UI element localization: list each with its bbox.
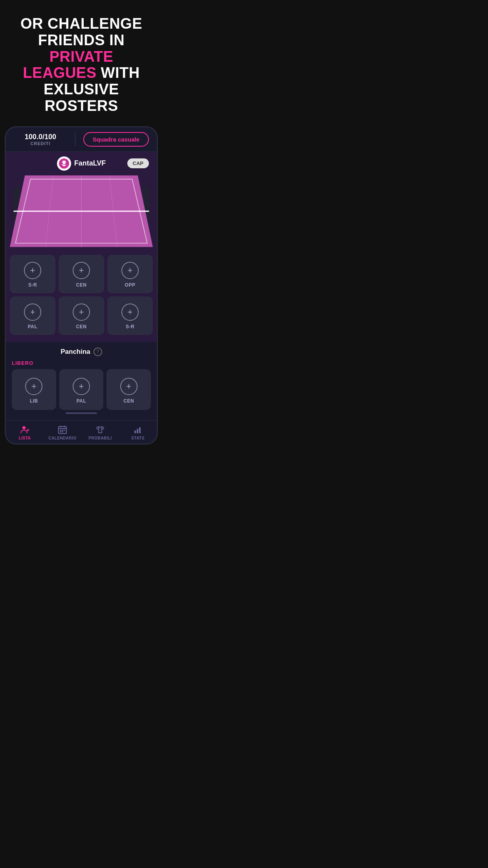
svg-rect-21 <box>62 431 63 432</box>
nav-lista[interactable]: LISTA <box>6 425 44 440</box>
slot-pal-1-label: PAL <box>28 324 38 329</box>
slot-pal-1-plus: + <box>24 303 41 321</box>
svg-rect-20 <box>60 431 61 432</box>
scroll-indicator <box>12 410 151 416</box>
calendar-icon <box>57 425 68 435</box>
panchina-header: Panchina ? <box>12 348 151 356</box>
bench-slot-cen[interactable]: + CEN <box>106 369 151 410</box>
slot-pal-1[interactable]: + PAL <box>10 296 55 335</box>
bench-grid: + LIB + PAL + CEN <box>12 369 151 410</box>
svg-rect-19 <box>64 430 65 431</box>
bench-cen-label: CEN <box>123 398 134 404</box>
bench-cen-plus: + <box>120 378 138 395</box>
svg-text:?: ? <box>100 429 101 432</box>
svg-point-10 <box>22 426 26 429</box>
panchina-title: Panchina <box>61 348 90 356</box>
slot-cen-2-label: CEN <box>76 324 87 329</box>
brand-name: FantaLVF <box>74 159 106 167</box>
cap-badge: CAP <box>127 158 149 168</box>
hero-line3-suffix: WITH <box>97 64 140 81</box>
nav-calendario[interactable]: CALENDARIO <box>44 425 81 440</box>
svg-rect-25 <box>139 427 141 433</box>
hero-line3-highlight: LEAGUES <box>23 64 96 81</box>
svg-rect-23 <box>134 430 136 433</box>
svg-rect-17 <box>60 430 61 431</box>
slot-sr-1-plus: + <box>24 262 41 279</box>
credits-left: 100.0/100 CREDITI <box>14 133 75 146</box>
hero-section: OR CHALLENGE FRIENDS IN PRIVATE LEAGUES … <box>0 0 163 126</box>
bench-lib-label: LIB <box>30 398 38 404</box>
hero-line2-prefix: FRIENDS IN <box>38 32 125 48</box>
bench-pal-label: PAL <box>77 398 86 404</box>
court-row-1: + S-R + CEN + OPP <box>6 255 157 293</box>
slot-sr-1-label: S-R <box>28 282 37 288</box>
person-add-icon <box>20 425 30 435</box>
hero-line1: OR CHALLENGE <box>12 16 151 32</box>
court-svg <box>10 174 153 252</box>
slot-sr-2-plus: + <box>121 303 139 321</box>
svg-rect-24 <box>137 429 138 433</box>
slot-sr-2[interactable]: + S-R <box>107 296 153 335</box>
scroll-bar <box>66 412 97 414</box>
jersey-icon: ? <box>95 425 105 435</box>
credits-header: 100.0/100 CREDITI Squadra casuale <box>6 127 157 152</box>
chart-icon <box>133 425 143 435</box>
credits-amount: 100.0/100 <box>14 133 67 141</box>
brand-logo: FantaLVF <box>57 156 106 171</box>
logo-icon <box>57 156 71 171</box>
court-wrapper: FantaLVF CAP <box>6 152 157 342</box>
nav-probabili-label: PROBABILI <box>88 436 112 440</box>
nav-probabili[interactable]: ? PROBABILI <box>81 425 119 440</box>
libero-label: LIBERO <box>12 360 151 366</box>
nav-stats[interactable]: STATS <box>119 425 157 440</box>
bench-slot-pal[interactable]: + PAL <box>59 369 104 410</box>
credits-label: CREDITI <box>14 141 67 146</box>
slot-sr-1[interactable]: + S-R <box>10 255 55 293</box>
slot-opp-1-plus: + <box>121 262 139 279</box>
slot-cen-2-plus: + <box>73 303 90 321</box>
nav-lista-label: LISTA <box>19 436 31 440</box>
bench-pal-plus: + <box>73 378 90 395</box>
bench-lib-plus: + <box>25 378 42 395</box>
slot-sr-2-label: S-R <box>126 324 134 329</box>
panchina-section: Panchina ? LIBERO + LIB + PAL + CEN <box>6 342 157 420</box>
hero-line2: FRIENDS IN PRIVATE <box>12 32 151 65</box>
hero-line2-highlight: PRIVATE <box>50 48 114 65</box>
hero-line3: LEAGUES WITH <box>12 65 151 81</box>
info-icon[interactable]: ? <box>94 348 102 356</box>
svg-rect-18 <box>62 430 63 431</box>
nav-stats-label: STATS <box>131 436 145 440</box>
slot-opp-1[interactable]: + OPP <box>107 255 153 293</box>
squadra-casuale-button[interactable]: Squadra casuale <box>83 132 149 147</box>
nav-calendario-label: CALENDARIO <box>48 436 77 440</box>
slot-cen-1-plus: + <box>73 262 90 279</box>
hero-line4: EXLUSIVE ROSTERS <box>12 81 151 114</box>
slot-opp-1-label: OPP <box>125 282 136 288</box>
slot-cen-1[interactable]: + CEN <box>59 255 104 293</box>
slot-cen-2[interactable]: + CEN <box>59 296 104 335</box>
bottom-nav: LISTA CALENDARIO <box>6 420 157 443</box>
slot-cen-1-label: CEN <box>76 282 87 288</box>
phone-frame: 100.0/100 CREDITI Squadra casuale FantaL… <box>5 126 158 445</box>
court-row-2: + PAL + CEN + S-R <box>6 296 157 335</box>
bench-slot-lib[interactable]: + LIB <box>12 369 56 410</box>
court-header: FantaLVF CAP <box>6 152 157 174</box>
